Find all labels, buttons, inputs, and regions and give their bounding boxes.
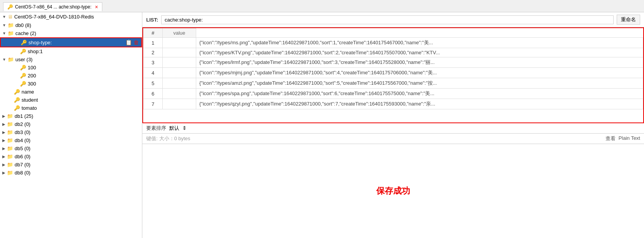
sidebar-db8-label: db8 (0): [15, 170, 30, 176]
sidebar-db4-label: db4 (0): [15, 137, 30, 143]
sidebar-name-label: name: [22, 89, 34, 95]
db7-arrow-icon: ▶: [2, 163, 5, 167]
cell-num: 1: [143, 38, 163, 48]
sidebar-db3-label: db3 (0): [15, 129, 30, 135]
db8-folder-icon: 📁: [7, 170, 13, 176]
db2-arrow-icon: ▶: [2, 122, 5, 126]
table-row[interactable]: 6{"icon":"/types/spa.png","updateTime":1…: [143, 89, 643, 99]
cache-folder-icon: 📁: [8, 30, 14, 36]
tab-close-button[interactable]: ×: [95, 4, 98, 10]
success-message: 保存成功: [376, 185, 410, 197]
tab-bar: 🔑 CentOS-7-x86_64 ... ache:shop-type: ×: [0, 0, 644, 12]
db8-arrow-icon: ▶: [2, 171, 5, 175]
key-300-icon: 🔑: [20, 81, 26, 87]
keysize-value: 大小：0 bytes: [159, 135, 190, 142]
data-table: # value 1{"icon":"/types/ms.png","update…: [143, 28, 643, 109]
sidebar-db0[interactable]: ▼ 📁 db0 (8): [0, 21, 142, 29]
db0-arrow-icon: ▼: [2, 23, 6, 27]
table-container: # value 1{"icon":"/types/ms.png","update…: [142, 27, 644, 123]
table-row[interactable]: 1{"icon":"/types/ms.png","updateTime":16…: [143, 38, 643, 48]
cell-num: 2: [143, 48, 163, 57]
sort-label: 要素排序: [146, 125, 166, 132]
list-type-label: LIST:: [146, 17, 158, 23]
table-row[interactable]: 7{"icon":"/types/qzyl.png","updateTime":…: [143, 99, 643, 109]
db0-folder-icon: 📁: [8, 22, 14, 28]
sidebar-db3[interactable]: ▶ 📁 db3 (0): [0, 128, 142, 136]
sidebar-root[interactable]: ▼ 🖥 CentOS-7-x86_64-DVD-1810-Redis: [0, 12, 142, 21]
sort-default-label: 默认: [169, 125, 179, 132]
main-tab[interactable]: 🔑 CentOS-7-x86_64 ... ache:shop-type: ×: [3, 2, 102, 11]
cell-value[interactable]: {"icon":"/types/mjmj.png","updateTime":1…: [196, 68, 643, 78]
cache-arrow-icon: ▼: [2, 31, 6, 35]
cell-value[interactable]: {"icon":"/types/ms.png","updateTime":164…: [196, 38, 643, 48]
sidebar-item-tomato[interactable]: 🔑 tomato: [0, 104, 142, 112]
keysize-label: 键值:: [146, 135, 158, 142]
sidebar-db2[interactable]: ▶ 📁 db2 (0): [0, 120, 142, 128]
sidebar-item-name[interactable]: 🔑 name: [0, 88, 142, 96]
sidebar-200-label: 200: [28, 73, 36, 79]
cell-value[interactable]: {"icon":"/types/KTV.png","updateTime":16…: [196, 48, 643, 57]
list-header: LIST: 重命名: [142, 12, 644, 27]
table-row[interactable]: 2{"icon":"/types/KTV.png","updateTime":1…: [143, 48, 643, 57]
cell-num: 6: [143, 89, 163, 99]
sidebar: ▼ 🖥 CentOS-7-x86_64-DVD-1810-Redis ▼ 📁 d…: [0, 12, 142, 238]
sidebar-item-200[interactable]: 🔑 200: [0, 72, 142, 80]
sort-arrow-icon[interactable]: ⇕: [182, 125, 187, 131]
cell-num: 3: [143, 57, 163, 68]
main-area: ▼ 🖥 CentOS-7-x86_64-DVD-1810-Redis ▼ 📁 d…: [0, 12, 644, 238]
sidebar-user[interactable]: ▼ 📁 user (3): [0, 55, 142, 64]
sidebar-db7[interactable]: ▶ 📁 db7 (0): [0, 161, 142, 169]
sidebar-shop1-label: shop:1: [28, 49, 43, 54]
db5-arrow-icon: ▶: [2, 146, 5, 151]
cell-value[interactable]: {"icon":"/types/amzl.png","updateTime":1…: [196, 78, 643, 89]
db1-folder-icon: 📁: [7, 113, 13, 119]
shop1-key-icon: 🔑: [20, 49, 26, 54]
action-icons: 📋 🗑: [125, 39, 139, 45]
db4-arrow-icon: ▶: [2, 138, 5, 142]
table-row[interactable]: 4{"icon":"/types/mjmj.png","updateTime":…: [143, 68, 643, 78]
plain-text-button[interactable]: Plain Text: [619, 135, 640, 142]
sidebar-item-shop-type[interactable]: 🔑 shop-type: 📋 🗑: [0, 37, 142, 47]
sidebar-item-300[interactable]: 🔑 300: [0, 80, 142, 88]
cell-num: 5: [143, 78, 163, 89]
sidebar-db0-label: db0 (8): [15, 22, 31, 28]
sidebar-db6[interactable]: ▶ 📁 db6 (0): [0, 153, 142, 161]
cell-value[interactable]: {"icon":"/types/qzyl.png","updateTime":1…: [196, 99, 643, 109]
table-row[interactable]: 5{"icon":"/types/amzl.png","updateTime":…: [143, 78, 643, 89]
sidebar-db2-label: db2 (0): [15, 121, 30, 127]
db5-folder-icon: 📁: [7, 146, 13, 151]
key-200-icon: 🔑: [20, 73, 26, 79]
db1-arrow-icon: ▶: [2, 114, 5, 118]
sidebar-item-student[interactable]: 🔑 student: [0, 96, 142, 104]
table-row[interactable]: 3{"icon":"/types/lrmf.png","updateTime":…: [143, 57, 643, 68]
sidebar-db5[interactable]: ▶ 📁 db5 (0): [0, 144, 142, 153]
cell-value[interactable]: {"icon":"/types/spa.png","updateTime":16…: [196, 89, 643, 99]
sidebar-cache[interactable]: ▼ 📁 cache (2): [0, 29, 142, 37]
key-tomato-icon: 🔑: [14, 105, 20, 111]
sidebar-db8[interactable]: ▶ 📁 db8 (0): [0, 169, 142, 177]
sidebar-300-label: 300: [28, 81, 36, 87]
user-arrow-icon: ▼: [2, 57, 6, 62]
copy-button[interactable]: 📋: [125, 39, 132, 45]
sidebar-item-shop1[interactable]: 🔑 shop:1: [0, 47, 142, 55]
sidebar-db4[interactable]: ▶ 📁 db4 (0): [0, 136, 142, 144]
rename-button[interactable]: 重命名: [617, 15, 640, 25]
sidebar-db1[interactable]: ▶ 📁 db1 (25): [0, 112, 142, 120]
sidebar-item-100[interactable]: 🔑 100: [0, 64, 142, 72]
sidebar-user-label: user (3): [15, 57, 33, 62]
col-hash-header: #: [143, 28, 163, 38]
keysize-row: 键值: 大小：0 bytes 查看 Plain Text: [142, 134, 644, 144]
keysize-right: 查看 Plain Text: [606, 135, 640, 142]
view-button[interactable]: 查看: [606, 135, 616, 142]
content-panel: LIST: 重命名 # value 1{"icon":"/types/ms.pn…: [142, 12, 644, 238]
sidebar-db6-label: db6 (0): [15, 154, 30, 159]
db3-arrow-icon: ▶: [2, 130, 5, 134]
sidebar-root-label: CentOS-7-x86_64-DVD-1810-Redis: [14, 14, 94, 20]
delete-button[interactable]: 🗑: [133, 39, 139, 45]
col-value-header: value: [163, 28, 196, 38]
cell-value[interactable]: {"icon":"/types/lrmf.png","updateTime":1…: [196, 57, 643, 68]
sidebar-db7-label: db7 (0): [15, 162, 30, 168]
root-arrow-icon: ▼: [2, 15, 6, 19]
root-folder-icon: 🖥: [8, 14, 13, 20]
list-key-input[interactable]: [161, 15, 614, 24]
